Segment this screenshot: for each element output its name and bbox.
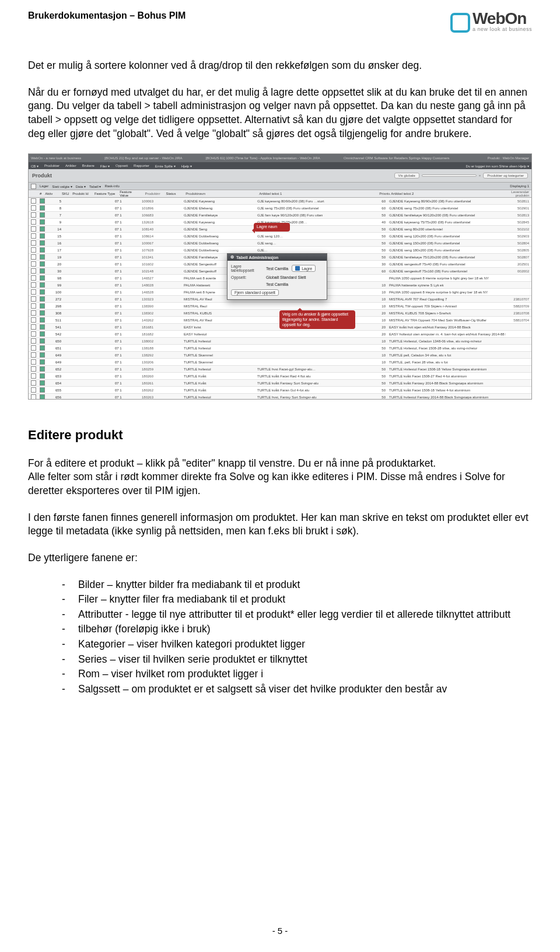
table-row[interactable]: 1607 1100067GJENDE DobbeltsengGJE seng…5… — [29, 240, 531, 247]
list-item: Series – viser til hvilken serie produkt… — [62, 653, 532, 667]
table-row[interactable]: 65507 1180262TURTLE KvåttTURTLE kvått Fa… — [29, 387, 531, 394]
list-item: Kategorier – viser hvilken kategori prod… — [62, 638, 532, 652]
browser-tabbar: WebOn - a new look at business [BOHUS 21… — [29, 154, 531, 162]
webon-logo: WebOn a new look at business — [450, 10, 532, 32]
list-item: Bilder – knytter bilder fra mediabank ti… — [62, 578, 532, 592]
page-header: Brukerdokumentasjon – Bohus PIM WebOn a … — [0, 0, 560, 36]
table-row[interactable]: 65007 1138002TURTLE hvilestol10TURTLE Hv… — [29, 338, 531, 345]
paragraph-general-tab: I den første fanen finnes generell infor… — [28, 511, 532, 538]
paragraph-edit-1a: For å editere et produkt – klikk på "edi… — [28, 457, 436, 469]
table-row[interactable]: 65607 1180263TURTLE hvilestolTURTLE hvst… — [29, 394, 531, 400]
clear-standard-button[interactable]: Fjern standard oppsett — [231, 289, 279, 296]
grid-toolbar: Lager Siett valgte ▾ Data ▾ Tabell ▾ Ras… — [29, 183, 531, 190]
save-button[interactable]: Lagre — [292, 265, 316, 272]
logo-name: WebOn — [473, 10, 532, 27]
page-number: - 5 - — [0, 926, 560, 936]
list-item: Attributter - legge til nye attributter … — [62, 608, 532, 622]
edit-product-section: Editere produkt For å editere et produkt… — [0, 400, 560, 696]
disk-icon — [295, 266, 300, 271]
tabs-list: Bilder – knytter bilder fra mediabank ti… — [28, 578, 532, 696]
grid-columns: # Aktiv SKU Produkt Id Feature Type Feat… — [29, 190, 531, 198]
paragraph-other-tabs: De ytterligere fanene er: — [28, 551, 532, 565]
table-row[interactable]: 65407 1180261TURTLE KvåttTURTLE kvått Fa… — [29, 380, 531, 387]
table-row[interactable]: 54207 1181682EASY hvilestol20EASY hviles… — [29, 331, 531, 338]
table-row[interactable]: 807 1101896GJENDE EfelsengGJE seng 75x20… — [29, 205, 531, 212]
layout-name-input[interactable]: Test Camilla — [266, 267, 288, 271]
table-row[interactable]: 29807 1138390MISTRAL Reol10MISTRAL TW-op… — [29, 303, 531, 310]
btn-products-categories[interactable]: Produkter og kategorier — [483, 173, 528, 178]
app-screenshot: WebOn - a new look at business [BOHUS 21… — [28, 153, 532, 400]
table-admin-dialog: ⚙ Tabell Administrasjon Lagre tabellopps… — [227, 253, 327, 300]
table-row[interactable]: 64907 1138292TURTLE Skammel10TURTLE pell… — [29, 352, 531, 359]
list-item: Rom – viser hvilket rom produktet ligger… — [62, 667, 532, 681]
intro-section: Det er mulig å sortere kolonner ved å dr… — [0, 36, 560, 141]
table-row[interactable]: 65107 1138188TURTLE hvilestol50TURTLE Hv… — [29, 345, 531, 352]
callout-save-name: Lagre navn — [254, 223, 290, 232]
table-row[interactable]: 65307 1180260TURTLE KvåttTURTLE kvått Fa… — [29, 373, 531, 380]
list-item: tilbehør (foreløpig ikke i bruk) — [62, 622, 532, 636]
callout-choose-scope: Velg om du ønsker å gjøre oppsettet tilg… — [279, 310, 355, 329]
logo-tagline: a new look at business — [473, 27, 532, 32]
paragraph-save-layout: Når du er fornøyd med utvalget du har, e… — [28, 86, 532, 141]
doc-title: Brukerdokumentasjon – Bohus PIM — [28, 10, 186, 21]
table-row[interactable]: 65207 1180259TURTLE hvilestolTURTLE hvst… — [29, 366, 531, 373]
layout-row[interactable]: Test Camilla — [266, 282, 288, 286]
paragraph-edit-1b: Alle felter som står i rødt kommer direk… — [28, 471, 505, 496]
heading-edit-product: Editere produkt — [28, 426, 532, 444]
app-menubar: CB ▾ Produkter Artikler Brukere Filer ▾ … — [29, 162, 531, 169]
paragraph-sort: Det er mulig å sortere kolonner ved å dr… — [28, 59, 532, 73]
logo-icon — [450, 13, 470, 33]
panel-toolbar: Produkt Vis globale × Produkter og kateg… — [29, 169, 531, 183]
list-item: Filer – knytter filer fra mediabank til … — [62, 593, 532, 607]
gear-icon: ⚙ — [230, 255, 234, 260]
list-item: Salgssett – om produktet er et salgsett … — [62, 682, 532, 696]
search-input[interactable] — [422, 174, 477, 177]
table-row[interactable]: 707 1106683GJENDE FamiliekøyeGJE fam køy… — [29, 212, 531, 219]
table-row[interactable]: 64907 1130206TURTLE Skammel10TURTLE, pel… — [29, 359, 531, 366]
btn-show-global[interactable]: Vis globale — [394, 173, 419, 178]
panel-title: Produkt — [32, 173, 52, 178]
table-row[interactable]: 507 1100063GJENDE KøyesengGJE køyeseng 8… — [29, 198, 531, 205]
table-row[interactable]: 1507 1108614GJENDE DobbeltsengGJE seng 1… — [29, 233, 531, 240]
